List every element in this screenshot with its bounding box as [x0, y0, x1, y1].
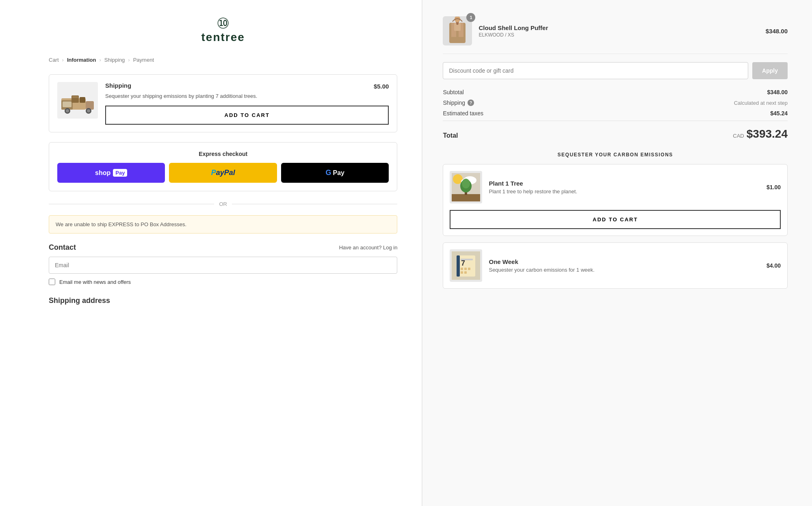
- carbon-week-info: One Week Sequester your carbon emissions…: [489, 258, 760, 273]
- taxes-label: Estimated taxes: [443, 110, 483, 117]
- total-currency: CAD: [733, 133, 744, 139]
- svg-rect-10: [72, 96, 78, 98]
- discount-row: Apply: [443, 62, 788, 79]
- express-checkout-title: Express checkout: [57, 151, 389, 157]
- carbon-week-name: One Week: [489, 258, 760, 265]
- svg-rect-9: [80, 97, 85, 103]
- carbon-tree-price: $1.00: [767, 184, 781, 190]
- shipping-promo-desc: Sequester your shipping emissions by pla…: [105, 93, 389, 99]
- shipping-add-to-cart-button[interactable]: ADD TO CART: [105, 106, 389, 125]
- product-name: Cloud Shell Long Puffer: [479, 24, 759, 31]
- paypal-p-label: P: [211, 169, 216, 177]
- contact-header: Contact Have an account? Log in: [49, 243, 397, 252]
- total-value: $393.24: [747, 128, 788, 141]
- svg-point-5: [66, 109, 69, 112]
- warning-message: We are unable to ship EXPRESS to PO Box …: [56, 221, 186, 227]
- carbon-item-tree: Plant 1 Tree Plant 1 tree to help restor…: [443, 164, 787, 210]
- taxes-row: Estimated taxes $45.24: [443, 110, 788, 117]
- product-item: 1 Cloud Shell Long Puffer ELKWOOD / XS $…: [443, 16, 788, 54]
- shoppay-button[interactable]: shop Pay: [57, 163, 165, 183]
- breadcrumb-payment[interactable]: Payment: [133, 57, 154, 63]
- apply-button[interactable]: Apply: [752, 62, 788, 79]
- shipping-promo-price: $5.00: [374, 83, 389, 90]
- newsletter-label: Email me with news and offers: [59, 279, 131, 285]
- svg-rect-3: [63, 102, 71, 107]
- left-panel: ⑩ tentree Cart › Information › Shipping …: [0, 0, 422, 506]
- carbon-tree-image: [450, 171, 482, 203]
- express-buttons: shop Pay P ayPal G Pay: [57, 163, 389, 183]
- svg-rect-31: [464, 268, 467, 270]
- carbon-week-price: $4.00: [767, 262, 781, 269]
- shoppay-pay-label: Pay: [113, 169, 127, 177]
- newsletter-checkbox[interactable]: [49, 279, 55, 285]
- paypal-aypal-label: ayPal: [216, 169, 235, 177]
- shipping-promo-title: Shipping: [105, 82, 131, 89]
- carbon-item-week: 7 One Week Sequester your carbon emissio…: [443, 243, 787, 288]
- svg-rect-30: [461, 268, 463, 270]
- carbon-card-tree: Plant 1 Tree Plant 1 tree to help restor…: [443, 164, 788, 236]
- carbon-tree-desc: Plant 1 tree to help restore the planet.: [489, 188, 760, 195]
- g-blue: G: [325, 169, 331, 177]
- express-checkout-section: Express checkout shop Pay P ayPal G Pay: [49, 142, 397, 191]
- gpay-button[interactable]: G Pay: [281, 163, 389, 183]
- logo-icon: ⑩: [49, 16, 397, 31]
- g-letter: G: [325, 169, 331, 177]
- total-value-wrap: CAD $393.24: [733, 128, 788, 141]
- carbon-section-title: SEQUESTER YOUR CARBON EMISSIONS: [443, 152, 788, 158]
- paypal-button[interactable]: P ayPal: [169, 163, 277, 183]
- or-label: OR: [219, 201, 227, 207]
- carbon-tree-add-button[interactable]: ADD TO CART: [450, 210, 781, 229]
- svg-rect-21: [452, 194, 480, 201]
- total-row: Total CAD $393.24: [443, 121, 788, 141]
- logo-area: ⑩ tentree: [49, 16, 397, 44]
- svg-rect-34: [464, 271, 467, 274]
- carbon-week-image: 7: [450, 249, 482, 282]
- subtotal-label: Subtotal: [443, 89, 463, 95]
- svg-point-7: [87, 109, 90, 112]
- shipping-value: Calculated at next step: [734, 100, 788, 106]
- subtotal-row: Subtotal $348.00: [443, 89, 788, 95]
- svg-rect-32: [468, 268, 470, 270]
- or-divider: OR: [49, 201, 397, 207]
- breadcrumb-information[interactable]: Information: [67, 57, 96, 63]
- breadcrumb-shipping[interactable]: Shipping: [104, 57, 125, 63]
- carbon-week-desc: Sequester your carbon emissions for 1 we…: [489, 267, 760, 273]
- subtotal-value: $348.00: [767, 89, 788, 95]
- carbon-tree-name: Plant 1 Tree: [489, 180, 760, 187]
- logo-text: tentree: [49, 31, 397, 44]
- gpay-pay-label: Pay: [333, 169, 344, 177]
- shipping-row: Shipping ? Calculated at next step: [443, 99, 788, 106]
- shoppay-label: shop: [95, 169, 110, 177]
- totals-section: Subtotal $348.00 Shipping ? Calculated a…: [443, 89, 788, 141]
- login-link[interactable]: Have an account? Log in: [339, 244, 398, 251]
- shipping-promo-content: Shipping $5.00 Sequester your shipping e…: [105, 82, 389, 125]
- carbon-card-week: 7 One Week Sequester your carbon emissio…: [443, 242, 788, 289]
- product-variant: ELKWOOD / XS: [479, 32, 759, 38]
- svg-rect-27: [457, 255, 460, 277]
- product-info: Cloud Shell Long Puffer ELKWOOD / XS: [479, 24, 759, 38]
- product-price: $348.00: [766, 28, 788, 35]
- breadcrumb-sep-3: ›: [128, 57, 130, 63]
- breadcrumb: Cart › Information › Shipping › Payment: [49, 57, 397, 63]
- breadcrumb-cart[interactable]: Cart: [49, 57, 59, 63]
- breadcrumb-sep-2: ›: [99, 57, 101, 63]
- taxes-value: $45.24: [770, 110, 788, 117]
- product-quantity-badge: 1: [466, 13, 475, 22]
- shipping-address-title: Shipping address: [49, 296, 397, 305]
- warning-box: We are unable to ship EXPRESS to PO Box …: [49, 215, 397, 234]
- shipping-label: Shipping ?: [443, 99, 474, 106]
- discount-input[interactable]: [443, 62, 748, 79]
- shipping-help-icon[interactable]: ?: [468, 99, 474, 106]
- newsletter-row: Email me with news and offers: [49, 279, 397, 285]
- contact-title: Contact: [49, 243, 76, 252]
- shipping-promo-box: Shipping $5.00 Sequester your shipping e…: [49, 74, 397, 132]
- carbon-tree-info: Plant 1 Tree Plant 1 tree to help restor…: [489, 180, 760, 195]
- svg-text:7: 7: [461, 259, 465, 267]
- svg-point-24: [462, 179, 470, 188]
- email-input[interactable]: [49, 257, 397, 274]
- breadcrumb-sep-1: ›: [62, 57, 64, 63]
- svg-rect-33: [461, 271, 463, 274]
- right-panel: 1 Cloud Shell Long Puffer ELKWOOD / XS $…: [422, 0, 812, 506]
- total-label: Total: [443, 132, 458, 139]
- product-img-wrap: 1: [443, 16, 472, 45]
